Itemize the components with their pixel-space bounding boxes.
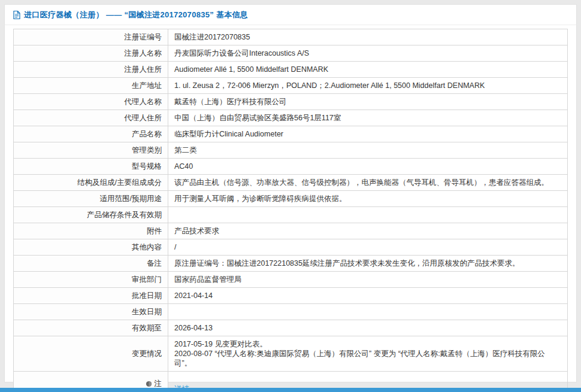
row-label: 有效期至	[14, 320, 168, 336]
table-row: 型号规格 AC40	[14, 159, 568, 175]
row-value: 第二类	[168, 142, 568, 159]
content-panel: 进口医疗器械（注册） —— “国械注进20172070835” 基本信息 注册证…	[4, 4, 577, 382]
footer-bar	[0, 388, 581, 392]
page-title: 进口医疗器械（注册） —— “国械注进20172070835” 基本信息	[24, 10, 248, 20]
table-row: 生效日期	[14, 304, 568, 320]
table-row: 批准日期 2021-04-14	[14, 288, 568, 304]
row-value: 该产品由主机（信号源、功率放大器、信号级控制器），电声换能器（气导耳机、骨导耳机…	[168, 175, 568, 191]
row-label: 变更情况	[14, 336, 168, 372]
row-label: 生效日期	[14, 304, 168, 320]
row-value	[168, 304, 568, 320]
row-label: 代理人住所	[14, 110, 168, 126]
table-row: 变更情况 2017-05-19 见变更对比表。 2020-08-07 “代理人名…	[14, 336, 568, 372]
row-label: 生产地址	[14, 78, 168, 94]
table-row: 代理人住所 中国（上海）自由贸易试验区美盛路56号1层117室	[14, 110, 568, 126]
row-value: 2017-05-19 见变更对比表。 2020-08-07 “代理人名称:奥迪康…	[168, 336, 568, 372]
table-row: 审批部门 国家药品监督管理局	[14, 272, 568, 288]
row-value: 1. ul. Zeusa 2，72-006 Mierzyn，POLAND；2.A…	[168, 78, 568, 94]
row-value: 丹麦国际听力设备公司Interacoustics A/S	[168, 45, 568, 62]
table-row: 管理类别 第二类	[14, 142, 568, 159]
row-label: 注册人住所	[14, 62, 168, 78]
table-row: 产品储存条件及有效期	[14, 207, 568, 223]
row-value: 国械注进20172070835	[168, 29, 568, 45]
row-value: 国家药品监督管理局	[168, 272, 568, 288]
row-label: 结构及组成/主要组成成分	[14, 175, 168, 191]
row-value: 2021-04-14	[168, 288, 568, 304]
row-label: 批准日期	[14, 288, 168, 304]
row-value: 用于测量人耳听阈，为诊断听觉障碍疾病提供依据。	[168, 191, 568, 207]
table-row: 产品名称 临床型听力计Clinical Audiometer	[14, 126, 568, 142]
table-row: 其他内容 /	[14, 239, 568, 256]
row-value: 临床型听力计Clinical Audiometer	[168, 126, 568, 142]
table-row: 备注 原注册证编号：国械注进20172210835延续注册产品技术要求未发生变化…	[14, 256, 568, 272]
page-header: 进口医疗器械（注册） —— “国械注进20172070835” 基本信息	[5, 5, 576, 25]
note-bullet-icon	[146, 381, 152, 387]
document-icon	[13, 11, 20, 19]
table-row: 结构及组成/主要组成成分 该产品由主机（信号源、功率放大器、信号级控制器），电声…	[14, 175, 568, 191]
row-value: 中国（上海）自由贸易试验区美盛路56号1层117室	[168, 110, 568, 126]
row-label: 备注	[14, 256, 168, 272]
row-value: 原注册证编号：国械注进20172210835延续注册产品技术要求未发生变化，沿用…	[168, 256, 568, 272]
table-row: 注册人名称 丹麦国际听力设备公司Interacoustics A/S	[14, 45, 568, 62]
row-label: 产品储存条件及有效期	[14, 207, 168, 223]
row-value: Audiometer Allé 1, 5500 Middelfart DENMA…	[168, 62, 568, 78]
row-label: 附件	[14, 223, 168, 239]
table-row: 注册人住所 Audiometer Allé 1, 5500 Middelfart…	[14, 62, 568, 78]
table-row: 生产地址 1. ul. Zeusa 2，72-006 Mierzyn，POLAN…	[14, 78, 568, 94]
row-value: /	[168, 239, 568, 256]
table-row: 注册证编号 国械注进20172070835	[14, 29, 568, 45]
row-label: 管理类别	[14, 142, 168, 159]
row-label: 适用范围/预期用途	[14, 191, 168, 207]
row-label: 产品名称	[14, 126, 168, 142]
table-row: 有效期至 2026-04-13	[14, 320, 568, 336]
page: 进口医疗器械（注册） —— “国械注进20172070835” 基本信息 注册证…	[0, 0, 581, 392]
row-label: 注册人名称	[14, 45, 168, 62]
row-label: 审批部门	[14, 272, 168, 288]
row-value: 戴孟特（上海）医疗科技有限公司	[168, 94, 568, 110]
row-label: 代理人名称	[14, 94, 168, 110]
row-value	[168, 207, 568, 223]
info-table: 注册证编号 国械注进20172070835 注册人名称 丹麦国际听力设备公司In…	[13, 29, 568, 392]
row-label: 其他内容	[14, 239, 168, 256]
info-table-wrap: 注册证编号 国械注进20172070835 注册人名称 丹麦国际听力设备公司In…	[5, 25, 576, 392]
row-label: 注册证编号	[14, 29, 168, 45]
table-row: 适用范围/预期用途 用于测量人耳听阈，为诊断听觉障碍疾病提供依据。	[14, 191, 568, 207]
row-label: 型号规格	[14, 159, 168, 175]
table-row: 代理人名称 戴孟特（上海）医疗科技有限公司	[14, 94, 568, 110]
note-label-text: 注	[155, 379, 162, 388]
row-value: 2026-04-13	[168, 320, 568, 336]
row-value: AC40	[168, 159, 568, 175]
row-value: 产品技术要求	[168, 223, 568, 239]
table-row: 附件 产品技术要求	[14, 223, 568, 239]
